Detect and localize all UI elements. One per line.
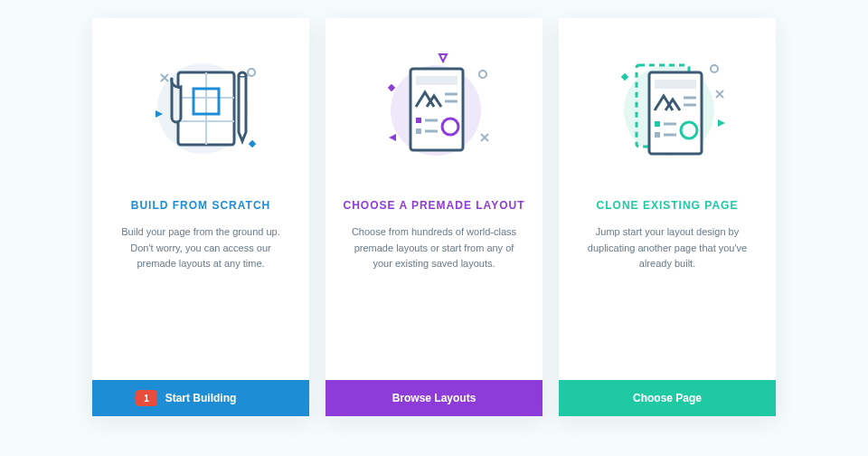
clone-illustration-icon: [595, 36, 740, 172]
browse-layouts-button[interactable]: Browse Layouts: [326, 380, 542, 416]
svg-rect-42: [621, 73, 628, 81]
illustration-clone: [559, 18, 776, 190]
premade-illustration-icon: [362, 36, 506, 172]
svg-rect-10: [249, 140, 256, 147]
option-cards-row: BUILD FROM SCRATCH Build your page from …: [92, 18, 776, 416]
svg-rect-16: [416, 118, 421, 123]
start-building-button[interactable]: 1 Start Building: [92, 380, 309, 416]
svg-point-7: [248, 69, 255, 76]
card-clone-page: CLONE EXISTING PAGE Jump start your layo…: [559, 18, 776, 416]
scratch-illustration-icon: [128, 36, 273, 172]
choose-page-button[interactable]: Choose Page: [559, 380, 776, 416]
svg-rect-33: [655, 121, 660, 127]
button-label: Choose Page: [633, 392, 702, 404]
card-premade-layout: CHOOSE A PREMADE LAYOUT Choose from hund…: [326, 18, 542, 416]
card-build-from-scratch: BUILD FROM SCRATCH Build your page from …: [92, 18, 309, 416]
svg-rect-35: [655, 132, 660, 138]
svg-marker-21: [439, 54, 447, 62]
svg-point-22: [479, 71, 486, 78]
illustration-premade: [326, 18, 542, 190]
illustration-scratch: [92, 18, 309, 190]
svg-marker-26: [389, 134, 396, 141]
button-label: Start Building: [165, 392, 237, 404]
svg-rect-30: [655, 80, 696, 89]
card-title: CHOOSE A PREMADE LAYOUT: [326, 199, 542, 212]
card-description: Choose from hundreds of world-class prem…: [326, 224, 542, 272]
card-description: Build your page from the ground up. Don'…: [92, 224, 309, 272]
svg-marker-39: [718, 119, 725, 127]
svg-rect-13: [416, 76, 458, 85]
card-description: Jump start your layout design by duplica…: [559, 224, 776, 272]
button-label: Browse Layouts: [392, 392, 476, 404]
svg-point-38: [711, 65, 718, 72]
svg-rect-25: [388, 84, 395, 91]
svg-rect-18: [416, 128, 421, 134]
card-title: CLONE EXISTING PAGE: [559, 199, 776, 212]
step-marker: 1: [136, 390, 157, 406]
card-title: BUILD FROM SCRATCH: [92, 199, 309, 212]
